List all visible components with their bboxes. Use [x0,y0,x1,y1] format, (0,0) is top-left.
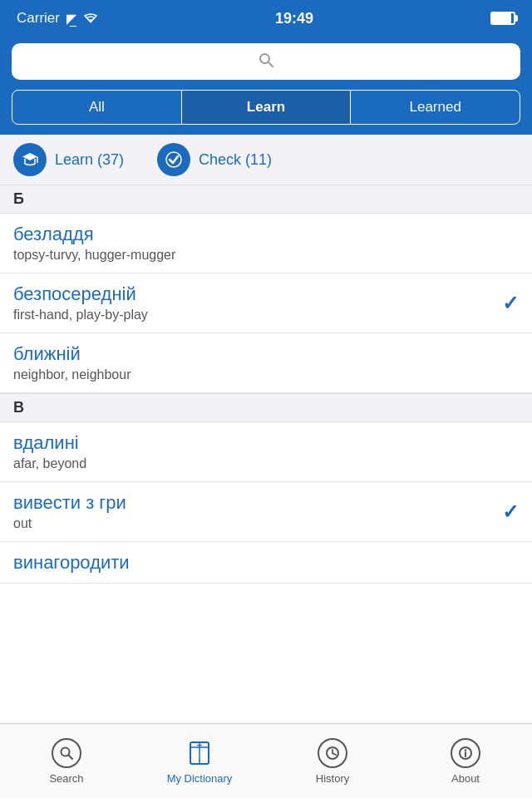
nav-search-label: Search [49,772,83,785]
word-translation: topsy-turvy, hugger-mugger [13,248,519,263]
word-text: винагородити [13,552,519,574]
learn-label: Learn (37) [55,151,124,169]
nav-history-label: History [316,772,349,785]
status-right [490,12,515,25]
check-label: Check (11) [199,151,272,169]
section-header-v: В [0,393,532,422]
clock-nav-icon [318,738,347,768]
svg-line-5 [69,755,73,759]
bottom-nav: Search My Dictionary History [0,723,532,798]
content-area: All Learn Learned Learn (37) [0,37,532,723]
word-item[interactable]: вдалині afar, beyond [0,422,532,482]
learn-button[interactable]: Learn (37) [13,143,124,176]
word-item[interactable]: ближній neighbor, neighbour [0,333,532,393]
word-item[interactable]: безпосередній first-hand, play-by-play ✓ [0,273,532,333]
word-list: Б безладдя topsy-turvy, hugger-mugger бе… [0,185,532,584]
word-translation: afar, beyond [13,456,519,471]
nav-mydict-label: My Dictionary [167,772,233,785]
nav-search[interactable]: Search [0,724,133,798]
svg-line-1 [268,62,273,66]
section-header-b: Б [0,185,532,214]
search-nav-icon [52,738,81,768]
svg-point-14 [465,749,466,751]
word-item[interactable]: безладдя topsy-turvy, hugger-mugger [0,214,532,273]
status-bar: Carrier ◤̲ 19:49 [0,0,532,37]
wifi-icon: ◤̲ [66,11,76,27]
carrier-label: Carrier [17,10,60,27]
search-bar[interactable] [12,43,520,80]
search-icon [258,52,274,72]
check-icon [157,143,190,176]
word-text: вдалині [13,432,519,454]
word-text: ближній [13,343,519,365]
word-translation: neighbor, neighbour [13,367,519,382]
battery-icon [490,12,515,25]
word-text: безладдя [13,224,519,245]
header [0,37,532,90]
word-text: безпосередній [13,283,519,305]
learn-icon [13,143,47,176]
word-item[interactable]: вивести з гри out ✓ [0,482,532,542]
book-icon [185,738,214,768]
wifi-icon-svg [83,12,98,24]
word-text: вивести з гри [13,492,519,514]
tab-learned[interactable]: Learned [351,91,520,124]
status-left: Carrier ◤̲ [17,10,98,27]
nav-about-label: About [451,772,480,785]
tab-learn[interactable]: Learn [182,91,352,124]
svg-line-11 [332,753,336,755]
tab-all[interactable]: All [12,91,182,124]
learn-check-bar: Learn (37) Check (11) [0,135,532,185]
status-time: 19:49 [275,10,313,27]
nav-history[interactable]: History [266,724,399,798]
svg-point-3 [166,152,181,167]
nav-mydict[interactable]: My Dictionary [133,724,266,798]
check-button[interactable]: Check (11) [157,143,272,176]
word-item-partial[interactable]: винагородити [0,542,532,584]
checkmark-icon: ✓ [502,500,519,524]
word-translation: out [13,516,519,531]
checkmark-icon: ✓ [502,292,519,315]
info-nav-icon [451,738,480,768]
word-translation: first-hand, play-by-play [13,308,519,323]
tabs-container: All Learn Learned [0,90,532,135]
tabs-row: All Learn Learned [12,90,520,125]
nav-about[interactable]: About [399,724,532,798]
